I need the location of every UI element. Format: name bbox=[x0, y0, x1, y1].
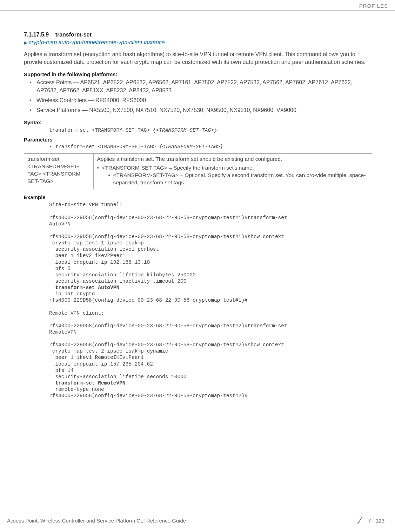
code-line: pfs 5 bbox=[49, 265, 374, 272]
code-line bbox=[49, 335, 374, 342]
list-item: <TRANSFORM-SET-TAG> – Specify the transf… bbox=[97, 164, 369, 186]
code-line: security-association lifetime kilobytes … bbox=[49, 272, 374, 278]
code-line: peer 1 ikev2 ikev2Peer1 bbox=[49, 252, 374, 259]
footer-page-number-group: 7 - 123 bbox=[355, 516, 384, 525]
param-name-cell: transform-set <TRANSFORM-SET-TAG> <TRANS… bbox=[24, 153, 93, 189]
example-block: Site-to-site VPN tunnel: rfs4000-229D58(… bbox=[24, 202, 374, 399]
list-item: Service Platforms — NX5500, NX7500, NX75… bbox=[36, 106, 374, 114]
code-line: rfs4000-229D58(config-device-00-23-68-22… bbox=[49, 215, 374, 221]
intro-paragraph: Applies a transform set (encryption and … bbox=[24, 51, 374, 66]
code-line: RemoteVPN bbox=[49, 329, 374, 335]
code-line: ip nat crypto bbox=[49, 291, 374, 297]
code-line: peer 1 ikev1 RemoteIKEv1Peer1 bbox=[49, 354, 374, 361]
code-line bbox=[49, 316, 374, 323]
code-line: transform-set AutoVPN bbox=[49, 284, 374, 291]
param-desc-cell: Applies a transform set. The transform s… bbox=[93, 153, 372, 189]
code-line: security-association inactivity-timeout … bbox=[49, 278, 374, 284]
syntax-text: transform-set <TRANSFORM-SET-TAG> {<TRAN… bbox=[49, 127, 217, 133]
code-line: local-endpoint-ip 192.168.13.10 bbox=[49, 259, 374, 265]
code-line: Site-to-site VPN tunnel: bbox=[49, 202, 374, 208]
parameters-bullet: transform-set <TRANSFORM-SET-TAG> {<TRAN… bbox=[24, 144, 374, 150]
breadcrumb-text: crypto-map auto-vpn-tunnel/remote-vpn-cl… bbox=[29, 39, 165, 45]
code-line: rfs4000-229D58(config-device-00-23-68-22… bbox=[49, 323, 374, 329]
code-line: security-association lifetime seconds 10… bbox=[49, 374, 374, 380]
code-line: local-endpoint-ip 157.235.204.62 bbox=[49, 361, 374, 367]
svg-line-0 bbox=[357, 517, 362, 524]
code-line: rfs4000-229D58(config-device-00-23-68-22… bbox=[49, 297, 374, 303]
code-line: pfs 14 bbox=[49, 367, 374, 374]
param-desc-list: <TRANSFORM-SET-TAG> – Specify the transf… bbox=[97, 164, 369, 186]
param-desc-summary: Applies a transform set. The transform s… bbox=[97, 156, 369, 163]
list-item: Wireless Controllers — RFS4000, RFS6000 bbox=[36, 97, 374, 104]
parameters-heading: Parameters bbox=[24, 137, 374, 143]
breadcrumb-arrow-icon: ▶ bbox=[24, 40, 27, 45]
code-line bbox=[49, 208, 374, 215]
platforms-heading: Supported in the following platforms: bbox=[24, 71, 374, 77]
platforms-list: Access Points — AP6521, AP6522, AP6532, … bbox=[24, 79, 374, 114]
footer-guide-title: Access Point, Wireless Controller and Se… bbox=[7, 518, 186, 524]
code-line bbox=[49, 227, 374, 234]
table-row: transform-set <TRANSFORM-SET-TAG> <TRANS… bbox=[24, 153, 372, 189]
parameters-table: transform-set <TRANSFORM-SET-TAG> <TRANS… bbox=[24, 153, 372, 190]
footer-page-number: 7 - 123 bbox=[368, 518, 384, 524]
breadcrumb: ▶crypto-map auto-vpn-tunnel/remote-vpn-c… bbox=[24, 39, 374, 46]
header-category: PROFILES bbox=[359, 3, 388, 9]
example-heading: Example bbox=[24, 194, 374, 200]
code-line: AutoVPN bbox=[49, 221, 374, 227]
code-line: transform-set RemoteVPN bbox=[49, 380, 374, 386]
page-header: PROFILES bbox=[0, 0, 395, 11]
section-heading: 7.1.17.5.9 transform-set bbox=[24, 32, 374, 38]
list-item: <TRANSFORM-SET-TAG> – Optional. Specify … bbox=[108, 172, 369, 186]
code-line: rfs4000-229D58(config-device-00-23-68-22… bbox=[49, 393, 374, 399]
param-desc-sublist: <TRANSFORM-SET-TAG> – Optional. Specify … bbox=[102, 172, 369, 186]
code-line: rfs4000-229D58(config-device-00-23-68-22… bbox=[49, 234, 374, 240]
code-line: remote-type none bbox=[49, 386, 374, 393]
list-item: Access Points — AP6521, AP6522, AP6532, … bbox=[36, 79, 374, 94]
section-title: transform-set bbox=[55, 32, 92, 38]
syntax-line: transform-set <TRANSFORM-SET-TAG> {<TRAN… bbox=[24, 127, 374, 133]
code-line: crypto map test 1 ipsec-isakmp bbox=[49, 240, 374, 246]
code-line: rfs4000-229D58(config-device-00-23-68-22… bbox=[49, 342, 374, 348]
code-line bbox=[49, 303, 374, 310]
code-line: Remote VPN client: bbox=[49, 310, 374, 316]
code-line: security-association level perhost bbox=[49, 246, 374, 252]
page-content: 7.1.17.5.9 transform-set ▶crypto-map aut… bbox=[0, 11, 395, 399]
code-line: crypto map test 2 ipsec-isakmp dynamic bbox=[49, 348, 374, 354]
page-footer: Access Point, Wireless Controller and Se… bbox=[0, 516, 395, 525]
section-number: 7.1.17.5.9 bbox=[24, 32, 49, 38]
slash-icon bbox=[355, 516, 364, 525]
syntax-heading: Syntax bbox=[24, 119, 374, 125]
